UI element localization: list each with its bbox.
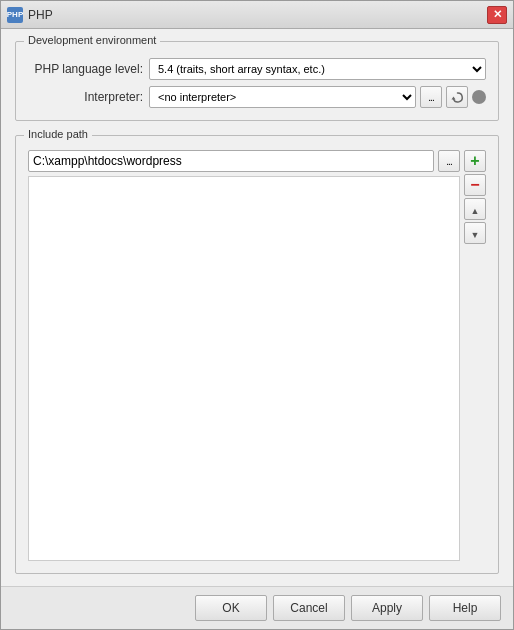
cancel-button[interactable]: Cancel	[273, 595, 345, 621]
include-list	[28, 176, 460, 561]
dialog-content: Development environment PHP language lev…	[1, 29, 513, 586]
include-group: Include path ...	[15, 135, 499, 574]
interpreter-select[interactable]: <no interpreter>	[149, 86, 416, 108]
include-up-button[interactable]	[464, 198, 486, 220]
php-level-control-group: 5.4 (traits, short array syntax, etc.)	[149, 58, 486, 80]
php-level-label: PHP language level:	[28, 62, 143, 76]
interpreter-browse-button[interactable]: ...	[420, 86, 442, 108]
include-remove-button[interactable]: −	[464, 174, 486, 196]
ok-button[interactable]: OK	[195, 595, 267, 621]
include-input-row: ...	[28, 150, 460, 172]
interpreter-refresh-button[interactable]	[446, 86, 468, 108]
include-browse-button[interactable]: ...	[438, 150, 460, 172]
dialog: PHP PHP ✕ Development environment PHP la…	[0, 0, 514, 630]
interpreter-status-icon	[472, 90, 486, 104]
php-level-row: PHP language level: 5.4 (traits, short a…	[28, 58, 486, 80]
dialog-footer: OK Cancel Apply Help	[1, 586, 513, 629]
refresh-icon	[451, 91, 464, 104]
include-down-button[interactable]	[464, 222, 486, 244]
include-path-input[interactable]	[28, 150, 434, 172]
interpreter-label: Interpreter:	[28, 90, 143, 104]
interpreter-control-group: <no interpreter> ...	[149, 86, 486, 108]
include-side-buttons: + −	[464, 150, 486, 561]
svg-marker-0	[451, 96, 455, 99]
title-text: PHP	[28, 8, 53, 22]
title-bar: PHP PHP ✕	[1, 1, 513, 29]
close-button[interactable]: ✕	[487, 6, 507, 24]
include-legend: Include path	[24, 128, 92, 140]
title-bar-left: PHP PHP	[7, 7, 53, 23]
dev-env-group: Development environment PHP language lev…	[15, 41, 499, 121]
apply-button[interactable]: Apply	[351, 595, 423, 621]
include-list-area: ...	[28, 150, 460, 561]
php-icon: PHP	[7, 7, 23, 23]
interpreter-row: Interpreter: <no interpreter> ...	[28, 86, 486, 108]
dev-env-legend: Development environment	[24, 34, 160, 46]
help-button[interactable]: Help	[429, 595, 501, 621]
php-level-select[interactable]: 5.4 (traits, short array syntax, etc.)	[149, 58, 486, 80]
include-inner: ... + −	[28, 150, 486, 561]
include-add-button[interactable]: +	[464, 150, 486, 172]
include-section: Include path ...	[15, 135, 499, 574]
